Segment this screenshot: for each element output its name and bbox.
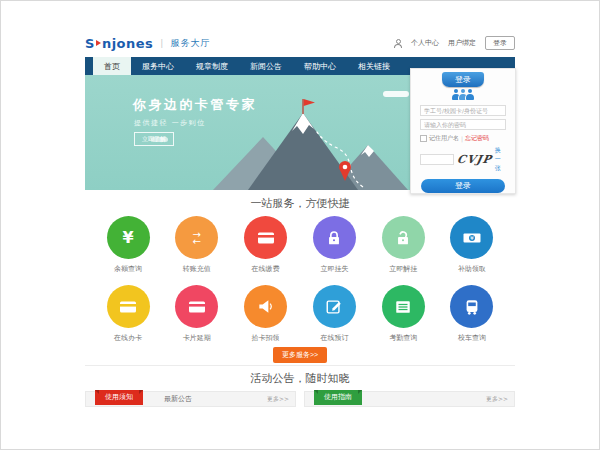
- forgot-password-link[interactable]: 忘记密码: [465, 134, 489, 143]
- captcha-input[interactable]: [420, 154, 454, 165]
- remember-row: 记住用户名 | 忘记密码: [420, 134, 506, 143]
- logo-text-end: njones: [102, 36, 153, 51]
- captcha-refresh-link[interactable]: 换一张: [495, 146, 506, 173]
- site-name: 服务大厅: [170, 37, 210, 50]
- more-link[interactable]: 更多>>: [486, 392, 508, 406]
- password-input[interactable]: [420, 119, 506, 130]
- bus-icon: [450, 285, 493, 328]
- logo-divider: |: [160, 38, 163, 48]
- service-online-payment[interactable]: 在线缴费: [237, 216, 295, 274]
- service-balance-inquiry[interactable]: ¥ 余额查询: [99, 216, 157, 274]
- section-divider: [85, 365, 515, 366]
- edit-icon: [313, 285, 356, 328]
- users-icon: [411, 89, 515, 101]
- banknote-icon: ¥: [450, 216, 493, 259]
- header-right: 个人中心 用户绑定 登录: [394, 36, 515, 50]
- nav-item-home[interactable]: 首页: [93, 57, 131, 75]
- header-login-button[interactable]: 登录: [485, 36, 515, 50]
- login-tab[interactable]: 登录: [442, 72, 484, 87]
- yuan-icon: ¥: [107, 216, 150, 259]
- nav-item-service-center[interactable]: 服务中心: [131, 57, 185, 75]
- services-section-title: 一站服务，方便快捷: [85, 196, 515, 211]
- service-lost-found[interactable]: 拾卡招领: [237, 285, 295, 343]
- services-grid: ¥ 余额查询 →← 转账充值 在线缴费 立即挂失 立即解挂: [85, 216, 515, 343]
- panel-usage-guide: 使用指南 更多>>: [304, 391, 515, 423]
- panel-body: [304, 407, 515, 423]
- service-school-bus[interactable]: 校车查询: [443, 285, 501, 343]
- user-figure-icon: [466, 89, 475, 101]
- bank-card-icon: [175, 285, 218, 328]
- service-transfer-recharge[interactable]: →← 转账充值: [168, 216, 226, 274]
- panel-header: 使用指南 更多>>: [304, 391, 515, 407]
- service-online-booking[interactable]: 在线预订: [305, 285, 363, 343]
- personal-center-link[interactable]: 个人中心: [411, 38, 439, 48]
- more-link[interactable]: 更多>>: [267, 392, 289, 406]
- service-attendance[interactable]: 考勤查询: [374, 285, 432, 343]
- ribbon-usage-guide[interactable]: 使用指南: [314, 390, 362, 405]
- service-online-card[interactable]: 在线办卡: [99, 285, 157, 343]
- captcha-row: CVJP 换一张: [420, 146, 506, 173]
- logo-arrow-icon: [96, 40, 101, 46]
- services-row-1: ¥ 余额查询 →← 转账充值 在线缴费 立即挂失 立即解挂: [85, 216, 515, 274]
- nav-item-help-center[interactable]: 帮助中心: [293, 57, 347, 75]
- service-card-extension[interactable]: 卡片延期: [168, 285, 226, 343]
- more-services-button[interactable]: 更多服务>>: [273, 347, 327, 363]
- announcements-section-title: 活动公告，随时知晓: [85, 371, 515, 386]
- services-row-2: 在线办卡 卡片延期 拾卡招领 在线预订 考勤查询: [85, 285, 515, 343]
- service-unlock[interactable]: 立即解挂: [374, 216, 432, 274]
- synjones-logo[interactable]: S njones: [85, 36, 153, 51]
- remember-divider: |: [461, 135, 463, 142]
- person-icon: [394, 39, 402, 47]
- remember-checkbox[interactable]: [420, 135, 427, 142]
- ribbon-usage-notice[interactable]: 使用须知: [95, 390, 143, 405]
- captcha-image: CVJP: [456, 153, 493, 166]
- mountains-illustration: [193, 95, 418, 190]
- panel-usage-notice: 使用须知 最新公告 更多>>: [85, 391, 296, 423]
- bank-card-icon: [107, 285, 150, 328]
- service-subsidy[interactable]: ¥ 补助领取: [443, 216, 501, 274]
- service-report-loss[interactable]: 立即挂失: [305, 216, 363, 274]
- list-icon: [382, 285, 425, 328]
- remember-label: 记住用户名: [429, 134, 459, 143]
- nav-item-news[interactable]: 新闻公告: [239, 57, 293, 75]
- tab-latest-announcements[interactable]: 最新公告: [164, 392, 192, 406]
- nav-item-links[interactable]: 相关链接: [347, 57, 401, 75]
- panel-body: [85, 407, 296, 423]
- unlock-icon: [382, 216, 425, 259]
- svg-text:¥: ¥: [470, 234, 474, 241]
- transfer-icon: →←: [175, 216, 218, 259]
- nav-item-rules[interactable]: 规章制度: [185, 57, 239, 75]
- login-panel: 登录 记住用户名 | 忘记密码 CVJP 换一张 登录: [410, 68, 516, 194]
- cloud-icon: [151, 137, 168, 142]
- site-header: S njones | 服务大厅 个人中心 用户绑定 登录: [85, 30, 515, 56]
- login-submit-button[interactable]: 登录: [421, 179, 505, 193]
- panel-header: 使用须知 最新公告 更多>>: [85, 391, 296, 407]
- user-binding-link[interactable]: 用户绑定: [448, 38, 476, 48]
- username-input[interactable]: [420, 105, 506, 116]
- lock-icon: [313, 216, 356, 259]
- megaphone-icon: [244, 285, 287, 328]
- logo-text-start: S: [85, 36, 95, 51]
- bank-card-icon: [244, 216, 287, 259]
- more-services-wrap: 更多服务>>: [85, 342, 515, 363]
